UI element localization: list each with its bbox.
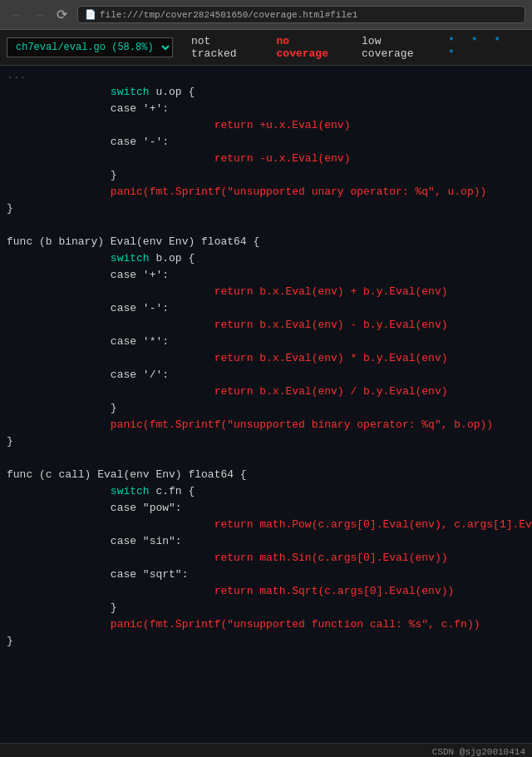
code-line-content: case '-': bbox=[7, 136, 525, 148]
code-line: func (c call) Eval(env Env) float64 { bbox=[0, 468, 532, 485]
code-line-content: case "pow": bbox=[7, 502, 525, 514]
code-line: switch c.fn { bbox=[0, 485, 532, 502]
code-line bbox=[0, 452, 532, 468]
code-line: return math.Sqrt(c.args[0].Eval(env)) bbox=[0, 585, 532, 601]
code-line: func (b binary) Eval(env Env) float64 { bbox=[0, 235, 532, 252]
reload-button[interactable]: ⟳ bbox=[53, 5, 71, 24]
code-line: panic(fmt.Sprintf("unsupported unary ope… bbox=[0, 186, 532, 202]
code-line: return b.x.Eval(env) / b.y.Eval(env) bbox=[0, 385, 532, 402]
code-line: ... bbox=[0, 69, 532, 86]
legend-low-coverage: low coverage bbox=[353, 33, 445, 62]
code-line-content: } bbox=[7, 202, 525, 215]
code-line-content: return b.x.Eval(env) + b.y.Eval(env) bbox=[7, 285, 525, 298]
code-line-content: } bbox=[7, 601, 525, 614]
code-line-content: case '/': bbox=[7, 369, 525, 381]
file-select[interactable]: ch7eval/eval.go (58.8%) bbox=[7, 37, 173, 57]
code-line: } bbox=[0, 601, 532, 618]
code-line: panic(fmt.Sprintf("unsupported binary op… bbox=[0, 418, 532, 435]
url-text: file:///tmp/cover2824501650/coverage.htm… bbox=[100, 10, 357, 20]
code-line: return math.Sin(c.args[0].Eval(env)) bbox=[0, 552, 532, 568]
code-line-content: switch c.fn { bbox=[7, 485, 525, 497]
code-line-content: case '*': bbox=[7, 335, 525, 348]
footer-text: CSDN @sjg20010414 bbox=[432, 747, 525, 757]
code-line-content: return math.Sin(c.args[0].Eval(env)) bbox=[7, 552, 525, 564]
code-line: } bbox=[0, 202, 532, 219]
forward-button[interactable]: → bbox=[30, 5, 50, 24]
code-line-content: return -u.x.Eval(env) bbox=[7, 152, 525, 165]
code-line-content: return b.x.Eval(env) - b.y.Eval(env) bbox=[7, 319, 525, 331]
code-line: return b.x.Eval(env) - b.y.Eval(env) bbox=[0, 319, 532, 335]
back-button[interactable]: ← bbox=[7, 5, 27, 24]
code-line: case "pow": bbox=[0, 502, 532, 518]
code-line-content: return math.Sqrt(c.args[0].Eval(env)) bbox=[7, 585, 525, 597]
code-line-content: switch b.op { bbox=[7, 252, 525, 265]
code-line: return b.x.Eval(env) * b.y.Eval(env) bbox=[0, 352, 532, 369]
code-line-content: func (c call) Eval(env Env) float64 { bbox=[7, 468, 525, 481]
code-line: case '*': bbox=[0, 335, 532, 352]
code-line: } bbox=[0, 169, 532, 186]
code-line-content: switch u.op { bbox=[7, 86, 525, 98]
legend-stars: * * * * bbox=[448, 35, 525, 60]
code-line: case '+': bbox=[0, 269, 532, 285]
code-line-content: case "sqrt": bbox=[7, 568, 525, 581]
page-icon: 📄 bbox=[85, 9, 96, 20]
code-line-content: case '+': bbox=[7, 269, 525, 281]
code-line-content: return b.x.Eval(env) * b.y.Eval(env) bbox=[7, 352, 525, 364]
legend-not-tracked: not tracked bbox=[183, 33, 268, 62]
code-line: case '/': bbox=[0, 369, 532, 385]
code-line: case "sqrt": bbox=[0, 568, 532, 585]
code-line: } bbox=[0, 435, 532, 452]
code-line-content: return math.Pow(c.args[0].Eval(env), c.a… bbox=[7, 518, 532, 531]
code-line: case '+': bbox=[0, 102, 532, 119]
code-line: return +u.x.Eval(env) bbox=[0, 119, 532, 136]
code-line-content: return b.x.Eval(env) / b.y.Eval(env) bbox=[7, 385, 525, 398]
code-line: } bbox=[0, 635, 532, 651]
code-line-content: } bbox=[7, 635, 525, 647]
footer: CSDN @sjg20010414 bbox=[0, 743, 532, 757]
code-line bbox=[0, 219, 532, 235]
code-line: switch u.op { bbox=[0, 86, 532, 102]
code-line: return -u.x.Eval(env) bbox=[0, 152, 532, 169]
code-line-content: func (b binary) Eval(env Env) float64 { bbox=[7, 235, 525, 248]
code-line: panic(fmt.Sprintf("unsupported function … bbox=[0, 618, 532, 635]
code-line: return math.Pow(c.args[0].Eval(env), c.a… bbox=[0, 518, 532, 535]
browser-toolbar: ← → ⟳ 📄 file:///tmp/cover2824501650/cove… bbox=[0, 0, 532, 29]
code-line-content: panic(fmt.Sprintf("unsupported function … bbox=[7, 618, 525, 631]
code-line-content: return +u.x.Eval(env) bbox=[7, 119, 525, 131]
code-line-content: } bbox=[7, 435, 525, 448]
browser-chrome: ← → ⟳ 📄 file:///tmp/cover2824501650/cove… bbox=[0, 0, 532, 30]
code-line: case '-': bbox=[0, 136, 532, 152]
code-line-content: case '-': bbox=[7, 302, 525, 314]
legend-bar: ch7eval/eval.go (58.8%) not tracked no c… bbox=[0, 30, 532, 66]
code-line-content: } bbox=[7, 169, 525, 181]
code-area: ... switch u.op { case '+': return +u.x.… bbox=[0, 66, 532, 743]
code-line: case '-': bbox=[0, 302, 532, 319]
code-line-content: case '+': bbox=[7, 102, 525, 115]
code-line: case "sin": bbox=[0, 535, 532, 552]
code-line-content: } bbox=[7, 402, 525, 414]
code-line: } bbox=[0, 402, 532, 418]
address-bar[interactable]: 📄 file:///tmp/cover2824501650/coverage.h… bbox=[77, 6, 525, 23]
code-line-content: panic(fmt.Sprintf("unsupported binary op… bbox=[7, 418, 525, 431]
nav-buttons: ← → ⟳ bbox=[7, 5, 71, 24]
code-line: switch b.op { bbox=[0, 252, 532, 269]
code-line-content: panic(fmt.Sprintf("unsupported unary ope… bbox=[7, 186, 525, 198]
code-line: return b.x.Eval(env) + b.y.Eval(env) bbox=[0, 285, 532, 302]
code-line-content: case "sin": bbox=[7, 535, 525, 547]
legend-no-coverage: no coverage bbox=[268, 33, 354, 62]
